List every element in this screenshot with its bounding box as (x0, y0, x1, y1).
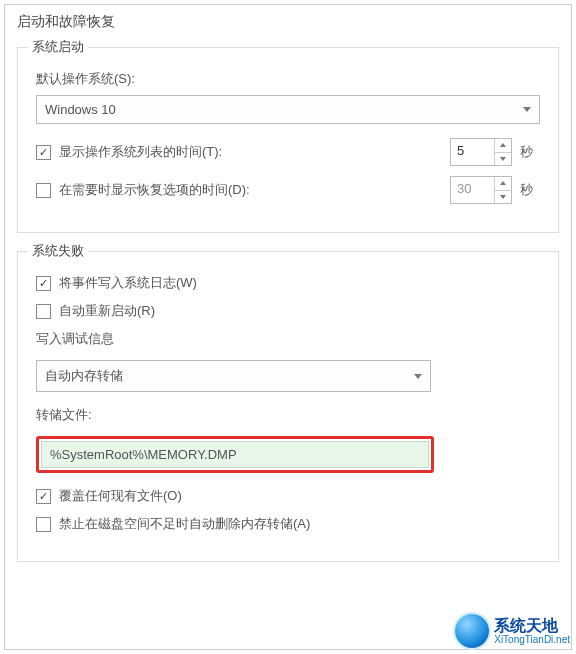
arrow-up-icon (500, 143, 506, 147)
show-os-list-unit: 秒 (520, 143, 540, 161)
startup-recovery-dialog: 启动和故障恢复 系统启动 默认操作系统(S): Windows 10 显示操作系… (4, 4, 572, 650)
system-startup-legend: 系统启动 (28, 38, 88, 56)
write-event-log-label: 将事件写入系统日志(W) (59, 274, 197, 292)
auto-restart-checkbox[interactable] (36, 304, 51, 319)
debug-dump-type-value: 自动内存转储 (45, 367, 123, 385)
default-os-label: 默认操作系统(S): (36, 70, 540, 88)
show-recovery-unit: 秒 (520, 181, 540, 199)
watermark-main: 系统天地 (494, 617, 570, 635)
debug-dump-type-select[interactable]: 自动内存转储 (36, 360, 431, 392)
show-os-list-time-value: 5 (451, 139, 494, 165)
dialog-title: 启动和故障恢复 (5, 5, 571, 39)
overwrite-existing-label: 覆盖任何现有文件(O) (59, 487, 182, 505)
default-os-value: Windows 10 (45, 102, 116, 117)
show-recovery-checkbox[interactable] (36, 183, 51, 198)
disable-auto-delete-label: 禁止在磁盘空间不足时自动删除内存转储(A) (59, 515, 310, 533)
show-os-list-checkbox[interactable] (36, 145, 51, 160)
show-recovery-label: 在需要时显示恢复选项的时间(D): (59, 181, 250, 199)
show-os-list-time-spinner[interactable]: 5 (450, 138, 512, 166)
watermark-sub: XiTongTianDi.net (494, 634, 570, 645)
dump-file-input[interactable]: %SystemRoot%\MEMORY.DMP (41, 441, 429, 468)
auto-restart-label: 自动重新启动(R) (59, 302, 155, 320)
disable-auto-delete-checkbox[interactable] (36, 517, 51, 532)
arrow-down-icon (500, 195, 506, 199)
show-recovery-time-spinner: 30 (450, 176, 512, 204)
show-os-list-label: 显示操作系统列表的时间(T): (59, 143, 222, 161)
spinner-down-button[interactable] (495, 153, 511, 166)
system-startup-group: 系统启动 默认操作系统(S): Windows 10 显示操作系统列表的时间(T… (17, 47, 559, 233)
show-recovery-time-value: 30 (451, 177, 494, 203)
globe-icon (455, 614, 489, 648)
chevron-down-icon (414, 374, 422, 379)
system-failure-legend: 系统失败 (28, 242, 88, 260)
default-os-select[interactable]: Windows 10 (36, 95, 540, 124)
dump-file-highlight: %SystemRoot%\MEMORY.DMP (36, 436, 434, 473)
arrow-up-icon (500, 181, 506, 185)
spinner-up-button[interactable] (495, 139, 511, 153)
arrow-down-icon (500, 157, 506, 161)
chevron-down-icon (523, 107, 531, 112)
overwrite-existing-checkbox[interactable] (36, 489, 51, 504)
write-event-log-checkbox[interactable] (36, 276, 51, 291)
system-failure-group: 系统失败 将事件写入系统日志(W) 自动重新启动(R) 写入调试信息 自动内存转… (17, 251, 559, 562)
spinner-down-button-disabled (495, 191, 511, 204)
watermark: 系统天地 XiTongTianDi.net (455, 614, 570, 648)
spinner-up-button-disabled (495, 177, 511, 191)
dump-file-label: 转储文件: (36, 406, 540, 424)
debug-info-label: 写入调试信息 (36, 330, 540, 348)
